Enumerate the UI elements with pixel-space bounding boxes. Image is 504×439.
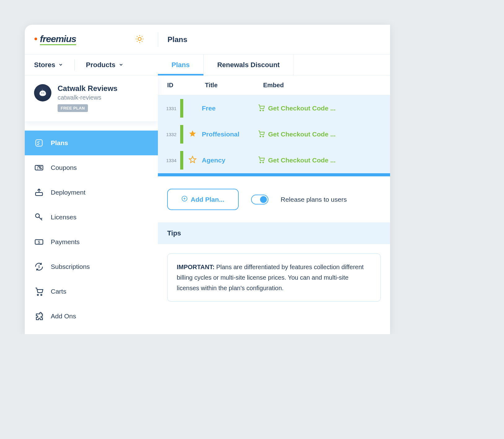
cart-icon: [258, 156, 265, 165]
product-info: Catwalk Reviews catwalk-reviews FREE PLA…: [58, 84, 117, 112]
sidebar-item-carts[interactable]: Carts: [25, 279, 158, 304]
table-row[interactable]: 1332 Proffesional Get Checkout Code ...: [158, 121, 390, 147]
chevron-down-icon: [119, 61, 124, 69]
table-row[interactable]: 1334 Agency Get Checkout Code ...: [158, 147, 390, 173]
sidebar-item-payments[interactable]: $ Payments: [25, 230, 158, 254]
ticket-icon: [34, 163, 44, 173]
table-header: ID Title Embed: [158, 75, 390, 95]
product-card: Catwalk Reviews catwalk-reviews FREE PLA…: [25, 75, 158, 121]
col-header-id: ID: [167, 82, 201, 89]
logo-area: freemius: [25, 34, 158, 45]
cart-icon: [258, 104, 265, 113]
sidebar-item-subscriptions[interactable]: $ Subscriptions: [25, 254, 158, 279]
sidebar-menu: Plans Coupons Deployment: [25, 131, 158, 334]
nav-row: Stores Products Plans Renewals Discount: [25, 54, 390, 75]
plan-badge: FREE PLAN: [58, 104, 88, 112]
release-toggle-label: Release plans to users: [281, 196, 347, 203]
refresh-dollar-icon: $: [34, 262, 44, 272]
cell-embed[interactable]: Get Checkout Code ...: [258, 156, 387, 165]
cell-title[interactable]: Proffesional: [202, 131, 258, 138]
tab-renewals-discount[interactable]: Renewals Discount: [204, 54, 294, 75]
sidebar-item-licenses[interactable]: Licenses: [25, 205, 158, 230]
product-avatar: [34, 84, 51, 101]
svg-marker-30: [189, 156, 196, 163]
tip-box: IMPORTANT: Plans are differentiated by f…: [167, 253, 381, 302]
status-bar: [180, 125, 183, 144]
sidebar-item-label: Add Ons: [51, 312, 76, 320]
svg-rect-15: [36, 192, 43, 196]
svg-line-19: [41, 218, 42, 219]
tips-body: IMPORTANT: Plans are differentiated by f…: [158, 244, 390, 311]
top-bar: freemius Plans: [25, 25, 390, 54]
svg-text:$: $: [38, 265, 40, 269]
sidebar-item-label: Payments: [51, 238, 80, 246]
cell-embed[interactable]: Get Checkout Code ...: [258, 104, 387, 113]
toggle-knob: [260, 196, 267, 203]
star-filled-icon: [189, 130, 197, 139]
sidebar-item-plans[interactable]: Plans: [25, 131, 158, 155]
table-body: 1331 Free Get Checkout Code ... 1332: [158, 95, 390, 173]
logo[interactable]: freemius: [34, 34, 135, 45]
cash-icon: $: [34, 237, 44, 247]
cell-title[interactable]: Agency: [202, 157, 258, 164]
cell-id: 1334: [161, 158, 180, 163]
tip-important-label: IMPORTANT:: [177, 264, 215, 270]
col-header-embed: Embed: [263, 82, 381, 89]
sidebar-item-addons[interactable]: Add Ons: [25, 304, 158, 329]
embed-label: Get Checkout Code ...: [268, 105, 336, 112]
products-dropdown[interactable]: Products: [86, 61, 123, 69]
table-row[interactable]: 1331 Free Get Checkout Code ...: [158, 95, 390, 121]
svg-line-7: [137, 41, 137, 42]
cell-featured[interactable]: [183, 156, 202, 165]
svg-line-3: [137, 36, 137, 37]
tabs: Plans Renewals Discount: [158, 54, 390, 75]
add-plan-label: Add Plan...: [191, 196, 224, 203]
tab-label: Renewals Discount: [217, 61, 280, 69]
app-window: freemius Plans Stores: [25, 25, 390, 334]
scrollbar[interactable]: [158, 173, 390, 176]
divider: [74, 59, 75, 71]
sidebar-item-label: Plans: [51, 139, 68, 147]
status-bar: [180, 99, 183, 118]
divider: [158, 32, 158, 47]
svg-point-14: [41, 168, 41, 169]
col-header-title: Title: [201, 82, 263, 89]
cell-featured[interactable]: [183, 130, 202, 139]
star-outline-icon: [189, 156, 197, 165]
svg-point-24: [41, 294, 42, 295]
cart-icon: [34, 286, 44, 296]
logo-text: freemius: [40, 34, 76, 45]
svg-point-23: [37, 294, 38, 295]
checklist-icon: [34, 138, 44, 148]
sidebar-item-coupons[interactable]: Coupons: [25, 155, 158, 180]
tab-label: Plans: [172, 61, 190, 69]
key-icon: [34, 212, 44, 222]
stores-dropdown[interactable]: Stores: [34, 61, 63, 69]
sidebar-item-label: Subscriptions: [51, 263, 90, 270]
svg-line-8: [142, 36, 142, 37]
sidebar-item-label: Licenses: [51, 213, 76, 221]
cell-id: 1332: [161, 132, 180, 137]
svg-rect-9: [36, 140, 42, 146]
sidebar: Catwalk Reviews catwalk-reviews FREE PLA…: [25, 75, 158, 334]
release-toggle[interactable]: [251, 195, 268, 204]
product-title: Catwalk Reviews: [58, 84, 117, 93]
svg-text:$: $: [38, 240, 40, 244]
plus-circle-icon: [181, 196, 188, 203]
cart-icon: [258, 130, 265, 139]
add-plan-button[interactable]: Add Plan...: [167, 189, 239, 210]
svg-point-0: [138, 37, 141, 41]
svg-point-29: [263, 136, 264, 137]
page-title: Plans: [167, 35, 187, 44]
cell-id: 1331: [161, 106, 180, 111]
sun-icon[interactable]: [135, 34, 144, 45]
cell-title[interactable]: Free: [202, 105, 258, 112]
tips-heading: Tips: [158, 222, 390, 244]
sidebar-item-label: Coupons: [51, 164, 77, 171]
tab-plans[interactable]: Plans: [158, 54, 204, 75]
embed-label: Get Checkout Code ...: [268, 157, 336, 164]
cell-embed[interactable]: Get Checkout Code ...: [258, 130, 387, 139]
puzzle-icon: [34, 311, 44, 321]
sidebar-item-deployment[interactable]: Deployment: [25, 180, 158, 205]
stores-label: Stores: [34, 61, 55, 69]
